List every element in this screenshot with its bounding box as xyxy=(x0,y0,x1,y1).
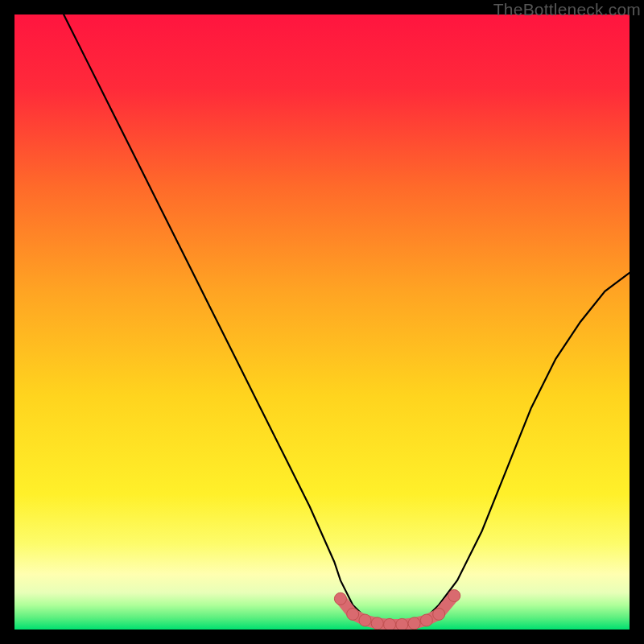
optimal-marker xyxy=(347,608,359,620)
optimal-marker xyxy=(384,618,396,630)
optimal-marker xyxy=(408,617,420,630)
optimal-marker xyxy=(448,589,460,601)
optimal-marker xyxy=(359,614,371,626)
chart-frame xyxy=(14,14,630,630)
optimal-marker xyxy=(396,618,408,630)
optimal-marker xyxy=(420,614,432,626)
gradient-background xyxy=(14,14,630,630)
chart-svg xyxy=(14,14,630,630)
watermark-text: TheBottleneck.com xyxy=(493,0,641,19)
optimal-marker xyxy=(433,608,445,620)
optimal-marker xyxy=(371,617,383,630)
optimal-marker xyxy=(334,592,346,605)
